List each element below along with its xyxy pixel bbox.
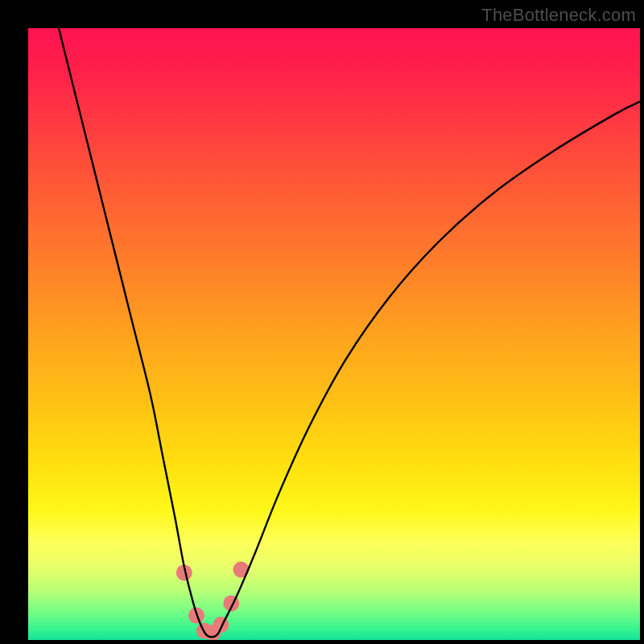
marker-group bbox=[176, 562, 250, 640]
bottleneck-curve bbox=[59, 28, 640, 637]
chart-frame: TheBottleneck.com bbox=[0, 0, 644, 644]
chart-svg bbox=[28, 28, 640, 640]
attribution-text: TheBottleneck.com bbox=[481, 5, 636, 26]
